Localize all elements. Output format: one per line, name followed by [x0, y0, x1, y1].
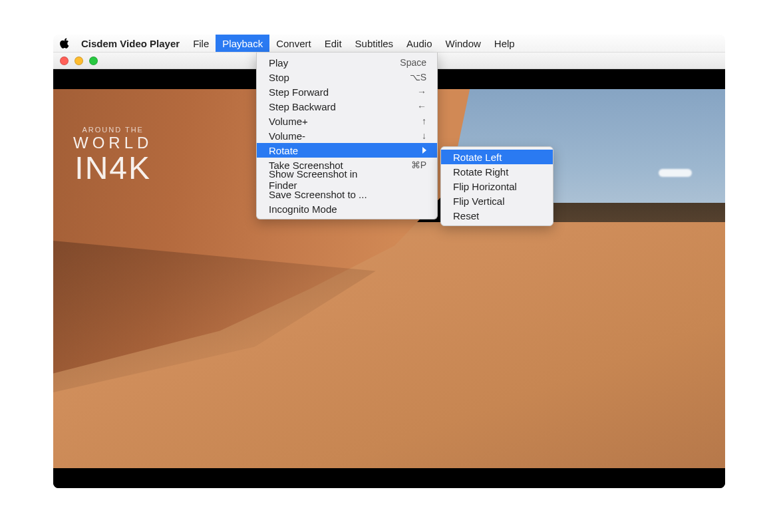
menu-item-label: Play	[269, 57, 288, 68]
menu-item-save-screenshot-to[interactable]: Save Screenshot to ...	[257, 187, 437, 201]
menu-item-shortcut: ⌥S	[380, 72, 426, 82]
menu-item-step-backward[interactable]: Step Backward ←	[257, 99, 437, 114]
menu-item-shortcut: ←	[380, 101, 426, 112]
submenu-item-flip-vertical[interactable]: Flip Vertical	[441, 194, 553, 208]
minimize-button[interactable]	[75, 57, 83, 65]
watermark-num: 4K	[109, 150, 151, 186]
menu-item-label: Volume-	[269, 130, 305, 142]
rotate-submenu: Rotate Left Rotate Right Flip Horizontal…	[440, 146, 553, 226]
menu-item-shortcut: ↑	[380, 116, 426, 126]
menu-item-step-forward[interactable]: Step Forward →	[257, 84, 437, 99]
submenu-item-reset[interactable]: Reset	[441, 208, 553, 223]
menu-item-label: Flip Vertical	[453, 196, 505, 207]
watermark-line3: IN4K	[73, 152, 152, 184]
menu-item-label: Reset	[453, 210, 479, 221]
menu-item-volume-up[interactable]: Volume+ ↑	[257, 114, 437, 128]
menu-item-volume-down[interactable]: Volume- ↓	[257, 128, 437, 143]
watermark-line1: AROUND THE	[73, 126, 152, 134]
menu-item-label: Step Backward	[269, 101, 336, 112]
menubar-item-edit[interactable]: Edit	[318, 35, 349, 52]
menu-item-rotate[interactable]: Rotate	[257, 143, 437, 158]
menu-item-label: Rotate Right	[453, 166, 508, 178]
apple-logo-icon[interactable]	[59, 38, 71, 49]
menubar-app-name[interactable]: Cisdem Video Player	[75, 35, 186, 52]
menubar-item-audio[interactable]: Audio	[400, 35, 438, 52]
menu-item-show-screenshot-finder[interactable]: Show Screenshot in Finder	[257, 172, 437, 187]
menu-item-label: Volume+	[269, 116, 308, 127]
menu-item-incognito-mode[interactable]: Incognito Mode	[257, 201, 437, 216]
menu-item-label: Stop	[269, 72, 289, 83]
letterbox-bottom	[53, 468, 725, 488]
watermark-line2: WORLD	[73, 134, 152, 152]
submenu-item-flip-horizontal[interactable]: Flip Horizontal	[441, 179, 553, 194]
zoom-button[interactable]	[89, 57, 98, 65]
menu-item-label: Step Forward	[269, 86, 329, 98]
menubar-item-file[interactable]: File	[186, 35, 216, 52]
menu-item-label: Show Screenshot in Finder	[269, 168, 380, 191]
menu-item-shortcut: ⌘P	[380, 160, 426, 170]
menu-item-stop[interactable]: Stop ⌥S	[257, 70, 437, 84]
menubar-item-convert[interactable]: Convert	[269, 35, 318, 52]
menu-item-shortcut: →	[380, 86, 426, 97]
video-watermark: AROUND THE WORLD IN4K	[73, 126, 152, 184]
watermark-prefix: IN	[75, 150, 109, 186]
menu-item-shortcut: ↓	[380, 130, 426, 141]
submenu-arrow-icon	[422, 147, 426, 154]
menu-item-label: Flip Horizontal	[453, 181, 517, 192]
menu-item-label: Save Screenshot to ...	[269, 189, 367, 200]
menu-item-label: Incognito Mode	[269, 203, 337, 215]
playback-dropdown: Play Space Stop ⌥S Step Forward → Step B…	[256, 53, 438, 219]
menubar-item-playback[interactable]: Playback	[216, 35, 269, 52]
menubar-item-help[interactable]: Help	[488, 35, 522, 52]
close-button[interactable]	[60, 57, 69, 65]
menu-item-label: Rotate Left	[453, 152, 502, 163]
submenu-item-rotate-right[interactable]: Rotate Right	[441, 164, 553, 179]
menu-item-play[interactable]: Play Space	[257, 55, 437, 70]
menubar: Cisdem Video Player File Playback Conver…	[53, 35, 725, 53]
video-cloud	[659, 169, 692, 177]
menu-item-label: Rotate	[269, 145, 298, 156]
menu-item-shortcut: Space	[380, 57, 426, 68]
menubar-item-window[interactable]: Window	[438, 35, 487, 52]
menubar-item-subtitles[interactable]: Subtitles	[349, 35, 400, 52]
submenu-item-rotate-left[interactable]: Rotate Left	[441, 150, 553, 164]
